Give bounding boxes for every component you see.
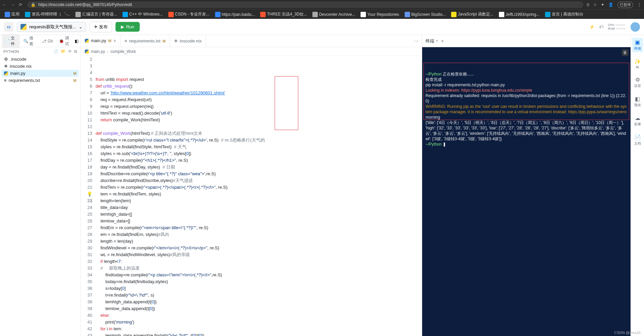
rail-item-预览[interactable]: ◧预览 — [634, 94, 642, 109]
rail-item-终端[interactable]: ▣终端 — [632, 38, 643, 52]
panel-toggle-icon[interactable]: ◧ — [75, 39, 78, 43]
profile-icon[interactable]: 👤 — [608, 2, 613, 7]
refresh-icon[interactable]: ⟳ — [68, 49, 71, 54]
bookmark-item[interactable]: C++ 中 Windows... — [121, 10, 165, 18]
sidebar-tool-搜索[interactable]: 🔍搜索 — [21, 34, 38, 48]
settings-icon[interactable]: 🏷 — [599, 25, 603, 29]
close-icon[interactable]: × — [436, 38, 438, 43]
editor-tab[interactable]: main.pyM× — [81, 35, 121, 47]
terminal-output[interactable]: 🗑 ~/Python 正在检查依赖...... 检查完成 pip install… — [422, 47, 631, 336]
app-toolbar: ‹› requests获取天气预报... ⌄ ✈ 发布 ▶ Run ⚡ 🏷 CP… — [0, 19, 644, 35]
tab-overflow-icon[interactable]: ⋯ — [414, 38, 418, 43]
add-terminal-icon[interactable]: + — [441, 38, 444, 44]
editor-tab[interactable]: ❄inscode.nix — [170, 35, 206, 47]
publish-icon: ✈ — [94, 24, 98, 29]
user-avatar[interactable] — [631, 22, 640, 32]
play-icon: ▶ — [121, 24, 124, 29]
file-sidebar: 📄文件🔍搜索⎇Git🐞调试◧ PYTHON 📄 📁 ⟳ ⊟ ⚙.inscode❄… — [0, 35, 81, 336]
bookmark-item[interactable]: 应用 — [3, 10, 22, 18]
menu-icon[interactable]: ⋮ — [637, 2, 641, 7]
bookmark-item[interactable]: Devcenter Archive... — [310, 11, 357, 18]
run-button[interactable]: ▶ Run — [115, 22, 140, 32]
editor-tab[interactable]: ≡requirements.txtM — [121, 35, 170, 47]
forward-icon[interactable]: → — [11, 2, 15, 7]
address-bar[interactable]: 🔒 https://inscode.csdn.net/@qq_38870145/… — [27, 1, 583, 8]
sidebar-tool-文件[interactable]: 📄文件 — [2, 34, 20, 48]
python-icon — [21, 24, 27, 30]
star-icon[interactable]: ☆ — [593, 2, 597, 7]
file-item[interactable]: ❄inscode.nix — [1, 63, 79, 70]
rail-item-部署[interactable]: ☁部署 — [634, 114, 642, 128]
trash-icon[interactable]: 🗑 — [622, 49, 629, 56]
bookmark-item[interactable]: CSDN - 专业开发... — [166, 10, 212, 18]
rail-item-AI[interactable]: ✨AI — [634, 57, 642, 70]
project-name: requests获取天气预报... — [29, 24, 76, 30]
back-icon[interactable]: ← — [3, 2, 7, 7]
python-icon — [85, 50, 89, 54]
cast-icon[interactable]: ⎙ — [587, 2, 589, 7]
bookmark-item[interactable]: BigScreen Studio... — [403, 11, 448, 18]
sidebar-tool-调试[interactable]: 🐞调试 — [56, 34, 74, 48]
app-logo[interactable]: ‹› — [4, 22, 13, 32]
rail-item-文档[interactable]: 📄文档 — [634, 133, 642, 147]
bookmark-item[interactable]: 首页 | 高德控制台 — [543, 10, 585, 18]
right-rail: ▣终端✨AI⚙设置◧预览☁部署📄文档 — [631, 35, 644, 336]
browser-chrome: ← → ⟳ 🔒 https://inscode.csdn.net/@qq_388… — [0, 0, 644, 9]
chevron-down-icon: ⌄ — [79, 24, 82, 29]
url-text: https://inscode.csdn.net/@qq_38870145/Py… — [38, 2, 132, 7]
lightning-icon[interactable]: ⚡ — [589, 25, 595, 29]
rail-item-设置[interactable]: ⚙设置 — [634, 75, 642, 90]
pause-badge[interactable]: 已暂停 — [617, 2, 633, 8]
extensions-icon[interactable]: ✦ — [601, 2, 604, 7]
editor-area: main.pyM×≡requirements.txtM❄inscode.nix⋯… — [81, 35, 422, 336]
bookmarks-bar: 应用资讯-哔哩哔哩（゜-...汇编语言 | 寄存器...C++ 中 Window… — [0, 9, 644, 19]
close-icon[interactable]: × — [113, 38, 116, 43]
new-folder-icon[interactable]: 📁 — [61, 49, 66, 54]
bookmark-item[interactable]: https://pan.baidu... — [213, 11, 257, 18]
file-item[interactable]: ⚙.inscode — [1, 56, 79, 63]
terminal-tab[interactable]: 终端 × — [426, 38, 438, 44]
project-label: PYTHON — [3, 50, 19, 54]
lock-icon: 🔒 — [31, 2, 36, 7]
bookmark-item[interactable]: JavaScript 函数定... — [449, 10, 495, 18]
breadcrumb[interactable]: main.py › compile_Work — [81, 47, 422, 56]
collapse-icon[interactable]: ⊟ — [74, 49, 77, 54]
bookmark-item[interactable]: Your Repositories — [359, 11, 401, 18]
new-file-icon[interactable]: 📄 — [54, 49, 58, 54]
project-selector[interactable]: requests获取天气预报... ⌄ — [17, 22, 86, 32]
terminal-panel: 终端 × + 🗑 ~/Python 正在检查依赖...... 检查完成 pip … — [422, 35, 631, 336]
reload-icon[interactable]: ⟳ — [19, 2, 22, 7]
file-item[interactable]: main.pyM — [1, 70, 79, 77]
publish-button[interactable]: ✈ 发布 — [90, 22, 112, 32]
bookmark-item[interactable]: JeffLi1993/spring... — [497, 11, 542, 18]
resource-meter: CPU RAM — [608, 23, 626, 30]
file-item[interactable]: ≡requirements.txtM — [1, 77, 79, 84]
watermark: CSDN @yma16 — [614, 331, 641, 335]
bookmark-item[interactable]: 资讯-哔哩哔哩（゜-... — [23, 10, 72, 18]
bookmark-item[interactable]: THREE 实战4_3D纹... — [258, 10, 309, 18]
code-editor[interactable]: 23456789101112131415161718192021💡 222324… — [81, 56, 422, 336]
sidebar-tool-Git[interactable]: ⎇Git — [39, 37, 55, 45]
bookmark-item[interactable]: 汇编语言 | 寄存器... — [73, 10, 119, 18]
